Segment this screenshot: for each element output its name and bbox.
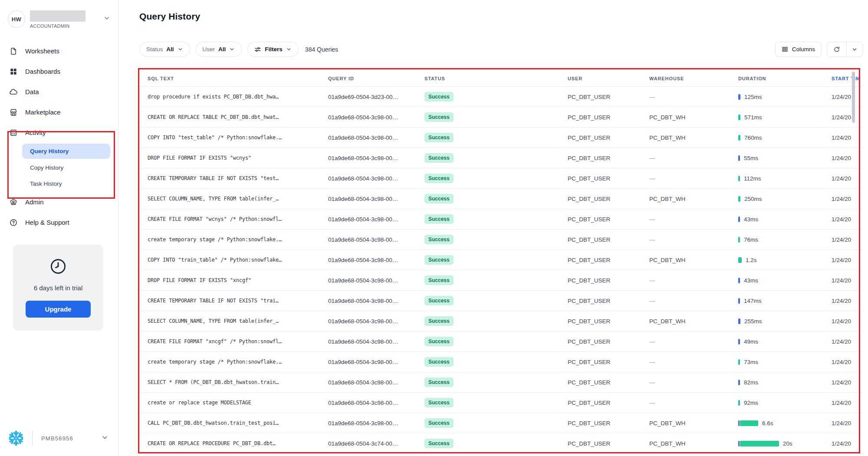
- status-cell: Success: [424, 255, 568, 265]
- table-row[interactable]: SELECT COLUMN_NAME, TYPE FROM table(infe…: [139, 189, 863, 209]
- warehouse-cell: —: [649, 155, 738, 161]
- column-header-user[interactable]: USER: [568, 76, 649, 81]
- sidebar-item-activity[interactable]: Activity: [0, 122, 118, 143]
- column-header-warehouse[interactable]: WAREHOUSE: [649, 76, 738, 81]
- warehouse-cell: —: [649, 400, 738, 406]
- duration-label: 147ms: [744, 298, 762, 304]
- vertical-scrollbar-thumb[interactable]: [852, 72, 855, 123]
- sidebar-item-marketplace[interactable]: Marketplace: [0, 102, 118, 122]
- query-id-cell: 01a9de68-0504-3c98-00…: [328, 400, 424, 406]
- table-row[interactable]: drop procedure if exists PC_DBT_DB.dbt_h…: [139, 87, 863, 107]
- start-time-cell: 1/24/20: [832, 318, 863, 325]
- table-row[interactable]: SELECT COLUMN_NAME, TYPE FROM table(infe…: [139, 311, 863, 331]
- warehouse-cell: —: [649, 216, 738, 223]
- table-row[interactable]: CREATE FILE FORMAT "wcnys" /* Python:sno…: [139, 209, 863, 230]
- column-header-status[interactable]: STATUS: [424, 76, 568, 81]
- table-row[interactable]: create temporary stage /* Python:snowfla…: [139, 352, 863, 372]
- refresh-options-button[interactable]: [847, 42, 862, 56]
- filters-button[interactable]: Filters: [247, 42, 299, 57]
- sql-text-cell: create temporary stage /* Python:snowfla…: [148, 359, 328, 365]
- table-row[interactable]: COPY INTO "test_table" /* Python:snowfla…: [139, 128, 863, 148]
- duration-label: 55ms: [744, 155, 758, 161]
- user-cell: PC_DBT_USER: [568, 155, 649, 161]
- table-row[interactable]: CREATE FILE FORMAT "xncgf" /* Python:sno…: [139, 331, 863, 352]
- status-filter-value: All: [166, 46, 174, 52]
- status-cell: Success: [424, 214, 568, 224]
- warehouse-cell: PC_DBT_WH: [649, 196, 738, 202]
- table-row[interactable]: CREATE OR REPLACE TABLE PC_DBT_DB.dbt_hw…: [139, 107, 863, 128]
- account-switcher[interactable]: HW ACCOUNTADMIN: [0, 0, 118, 29]
- status-cell: Success: [424, 235, 568, 244]
- user-filter[interactable]: User All: [196, 42, 242, 57]
- status-badge: Success: [424, 296, 454, 305]
- columns-button[interactable]: Columns: [775, 42, 822, 57]
- duration-bar: [738, 278, 740, 283]
- status-badge: Success: [424, 92, 454, 102]
- table-row[interactable]: DROP FILE FORMAT IF EXISTS "xncgf" 01a9d…: [139, 270, 863, 291]
- account-role: ACCOUNTADMIN: [30, 23, 99, 29]
- table-row[interactable]: SELECT * FROM (PC_DBT_DB.dbt_hwatson.tra…: [139, 372, 863, 393]
- status-filter[interactable]: Status All: [139, 42, 190, 57]
- warehouse-cell: PC_DBT_WH: [649, 420, 738, 426]
- table-row[interactable]: create or replace stage MODELSTAGE 01a9d…: [139, 393, 863, 413]
- status-badge: Success: [424, 214, 454, 224]
- table-row[interactable]: COPY INTO "train_table" /* Python:snowfl…: [139, 250, 863, 270]
- query-table-body: drop procedure if exists PC_DBT_DB.dbt_h…: [139, 87, 863, 454]
- sql-text-cell: CREATE FILE FORMAT "wcnys" /* Python:sno…: [148, 216, 328, 222]
- duration-bar: [738, 339, 740, 344]
- status-badge: Success: [424, 174, 454, 183]
- columns-icon: [782, 46, 788, 52]
- sidebar-item-admin[interactable]: Admin: [0, 192, 118, 212]
- table-row[interactable]: CREATE TEMPORARY TABLE IF NOT EXISTS "tr…: [139, 291, 863, 311]
- status-badge: Success: [424, 133, 454, 142]
- sql-text-cell: create temporary stage /* Python:snowfla…: [148, 236, 328, 243]
- table-row[interactable]: CREATE TEMPORARY TABLE IF NOT EXISTS "te…: [139, 168, 863, 189]
- duration-cell: 571ms: [738, 114, 832, 121]
- sidebar-subitem-task-history[interactable]: Task History: [0, 176, 118, 192]
- user-cell: PC_DBT_USER: [568, 277, 649, 284]
- query-id-cell: 01a9de68-0504-3c98-00…: [328, 338, 424, 345]
- query-id-cell: 01a9de69-0504-3d23-00…: [328, 94, 424, 100]
- sidebar-item-dashboards[interactable]: Dashboards: [0, 61, 118, 82]
- column-header-start-time[interactable]: START TIME: [832, 76, 863, 81]
- start-time-cell: 1/24/20: [832, 359, 863, 365]
- sidebar-subitem-copy-history[interactable]: Copy History: [0, 160, 118, 176]
- duration-bar: [738, 155, 740, 161]
- duration-bar: [740, 441, 779, 446]
- status-cell: Success: [424, 439, 568, 448]
- sidebar-item-label: Help & Support: [25, 219, 69, 226]
- status-badge: Success: [424, 439, 454, 448]
- upgrade-button[interactable]: Upgrade: [26, 301, 91, 318]
- sidebar-item-help-support[interactable]: Help & Support: [0, 212, 118, 233]
- user-cell: PC_DBT_USER: [568, 196, 649, 202]
- start-time-cell: 1/24/20: [832, 236, 863, 243]
- column-header-duration[interactable]: DURATION: [738, 76, 832, 81]
- sidebar-subitem-query-history[interactable]: Query History: [22, 144, 110, 159]
- user-filter-value: All: [218, 46, 226, 52]
- duration-bar: [738, 176, 740, 181]
- table-row[interactable]: CALL PC_DBT_DB.dbt_hwatson.train_test_po…: [139, 413, 863, 433]
- status-cell: Success: [424, 316, 568, 326]
- user-cell: PC_DBT_USER: [568, 400, 649, 406]
- chevron-down-icon[interactable]: [101, 434, 108, 443]
- warehouse-cell: —: [649, 379, 738, 386]
- status-badge: Success: [424, 316, 454, 326]
- sidebar-item-worksheets[interactable]: Worksheets: [0, 41, 118, 61]
- duration-bar: [738, 94, 740, 100]
- duration-bar-lead: [738, 441, 740, 446]
- column-header-sql-text[interactable]: SQL TEXT: [148, 76, 328, 81]
- sidebar-item-data[interactable]: Data: [0, 82, 118, 102]
- duration-bar: [738, 257, 742, 263]
- table-row[interactable]: DROP FILE FORMAT IF EXISTS "wcnys" 01a9d…: [139, 148, 863, 168]
- duration-label: 76ms: [744, 236, 758, 243]
- column-header-query-id[interactable]: QUERY ID: [328, 76, 424, 81]
- table-row[interactable]: CREATE OR REPLACE PROCEDURE PC_DBT_DB.db…: [139, 433, 863, 454]
- user-cell: PC_DBT_USER: [568, 216, 649, 223]
- query-count: 384 Queries: [305, 46, 338, 53]
- refresh-button[interactable]: [827, 42, 847, 56]
- start-time-cell: 1/24/20: [832, 420, 863, 426]
- warehouse-cell: —: [649, 338, 738, 345]
- table-row[interactable]: create temporary stage /* Python:snowfla…: [139, 230, 863, 250]
- duration-cell: 125ms: [738, 94, 832, 100]
- warehouse-cell: PC_DBT_WH: [649, 440, 738, 447]
